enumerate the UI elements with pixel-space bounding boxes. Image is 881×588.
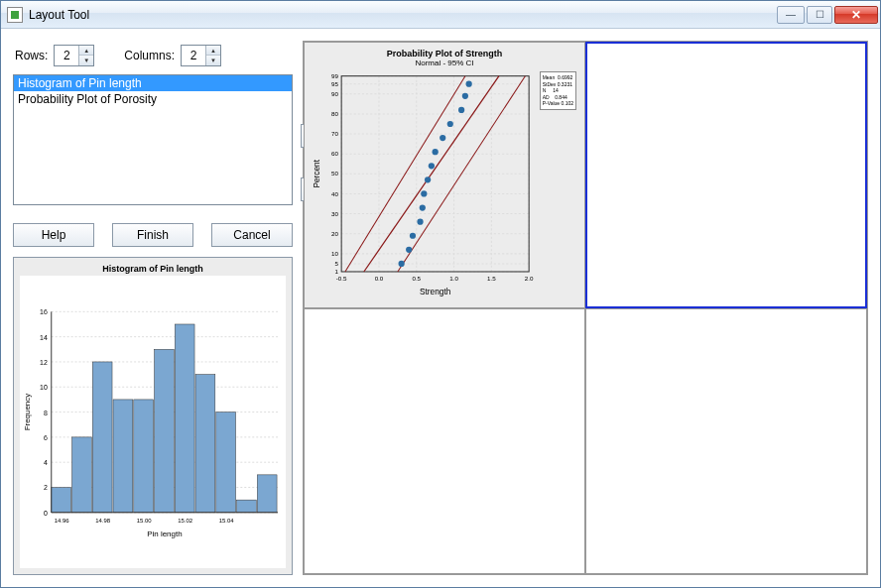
columns-stepper[interactable]: ▲ ▼ <box>181 45 221 66</box>
svg-point-90 <box>462 93 468 99</box>
help-button[interactable]: Help <box>13 223 94 247</box>
probplot-stats-box: Mean 0.6992 StDev 0.3231 N 14 AD 0.844 P… <box>540 71 576 110</box>
svg-rect-18 <box>52 488 71 513</box>
columns-label: Columns: <box>124 49 175 62</box>
svg-point-87 <box>440 135 445 141</box>
svg-text:Percent: Percent <box>312 159 321 187</box>
window-title: Layout Tool <box>29 8 771 22</box>
grid-size-controls: Rows: ▲ ▼ Columns: ▲ ▼ <box>13 41 293 74</box>
svg-text:70: 70 <box>331 130 338 137</box>
svg-text:14: 14 <box>40 334 48 341</box>
rows-input[interactable] <box>55 49 78 62</box>
preview-title: Histogram of Pin length <box>20 264 286 274</box>
svg-rect-27 <box>237 500 257 513</box>
svg-text:14.96: 14.96 <box>55 518 70 524</box>
svg-text:5: 5 <box>335 260 339 267</box>
svg-text:95: 95 <box>331 80 338 87</box>
probplot-title: Probability Plot of Strength <box>311 49 578 59</box>
probability-plot-chart: 151020304050607080909599-0.50.00.51.01.5… <box>311 69 578 301</box>
svg-text:15.04: 15.04 <box>219 518 235 524</box>
svg-rect-74 <box>341 76 529 272</box>
svg-point-91 <box>466 81 472 87</box>
svg-rect-26 <box>216 412 236 513</box>
histogram-chart: 024681012141614.9614.9815.0015.0215.04Pi… <box>20 276 286 568</box>
finish-button[interactable]: Finish <box>112 223 193 247</box>
probplot-subtitle: Normal - 95% CI <box>311 59 578 67</box>
maximize-button[interactable]: ☐ <box>807 6 832 24</box>
svg-text:4: 4 <box>44 459 48 466</box>
svg-rect-22 <box>134 400 154 513</box>
svg-text:2.0: 2.0 <box>525 275 534 282</box>
layout-tool-window: Layout Tool — ☐ ✕ Rows: ▲ ▼ Columns: <box>0 0 881 588</box>
svg-rect-23 <box>155 349 175 513</box>
list-item[interactable]: Histogram of Pin length <box>14 75 292 91</box>
svg-text:14.98: 14.98 <box>95 518 111 524</box>
svg-text:2: 2 <box>44 484 48 491</box>
svg-text:15.00: 15.00 <box>137 518 153 524</box>
svg-text:6: 6 <box>44 434 48 441</box>
svg-point-89 <box>458 107 464 113</box>
grid-cell-2-2[interactable] <box>585 308 867 575</box>
svg-point-81 <box>417 219 423 225</box>
rows-stepper[interactable]: ▲ ▼ <box>54 45 94 66</box>
preview-panel: Histogram of Pin length 024681012141614.… <box>13 257 293 575</box>
rows-down-icon[interactable]: ▼ <box>79 56 93 65</box>
svg-text:0: 0 <box>44 510 48 517</box>
svg-text:99: 99 <box>331 72 338 79</box>
cols-down-icon[interactable]: ▼ <box>206 56 220 65</box>
svg-text:Strength: Strength <box>420 287 451 296</box>
svg-text:90: 90 <box>331 90 338 97</box>
svg-text:0.5: 0.5 <box>412 275 421 282</box>
svg-text:50: 50 <box>331 170 338 176</box>
svg-point-84 <box>425 176 431 182</box>
svg-text:16: 16 <box>40 308 48 315</box>
app-icon <box>7 7 23 23</box>
titlebar: Layout Tool — ☐ ✕ <box>1 1 880 29</box>
rows-label: Rows: <box>15 49 48 62</box>
svg-point-78 <box>399 261 405 267</box>
cancel-button[interactable]: Cancel <box>211 223 293 247</box>
svg-point-82 <box>420 204 426 210</box>
cols-up-icon[interactable]: ▲ <box>206 46 220 56</box>
svg-text:60: 60 <box>331 150 338 157</box>
columns-input[interactable] <box>182 49 205 62</box>
svg-rect-19 <box>72 437 92 513</box>
svg-rect-28 <box>257 475 277 513</box>
svg-text:Pin length: Pin length <box>147 529 182 538</box>
svg-text:12: 12 <box>40 359 48 366</box>
svg-text:30: 30 <box>331 210 338 217</box>
grid-cell-1-2[interactable] <box>585 42 867 308</box>
grid-cell-1-1[interactable]: Probability Plot of Strength Normal - 95… <box>304 42 585 308</box>
svg-text:0.0: 0.0 <box>375 275 384 282</box>
svg-text:80: 80 <box>331 110 338 117</box>
available-graphs-listbox[interactable]: Histogram of Pin lengthProbability Plot … <box>13 74 293 205</box>
svg-text:10: 10 <box>40 384 48 391</box>
svg-text:15.02: 15.02 <box>178 518 192 524</box>
svg-text:1: 1 <box>335 268 339 275</box>
svg-text:-0.5: -0.5 <box>336 275 347 282</box>
svg-rect-20 <box>92 362 112 513</box>
svg-text:8: 8 <box>44 410 48 416</box>
svg-point-85 <box>429 163 435 169</box>
svg-point-88 <box>447 121 453 127</box>
svg-text:Frequency: Frequency <box>23 394 32 431</box>
minimize-button[interactable]: — <box>777 6 805 24</box>
svg-rect-21 <box>113 400 133 513</box>
svg-text:10: 10 <box>331 250 338 257</box>
svg-point-79 <box>406 247 412 253</box>
rows-up-icon[interactable]: ▲ <box>79 46 93 56</box>
svg-text:1.5: 1.5 <box>487 275 496 282</box>
layout-grid: Probability Plot of Strength Normal - 95… <box>303 41 868 575</box>
list-item[interactable]: Probability Plot of Porosity <box>14 91 292 107</box>
svg-text:1.0: 1.0 <box>449 275 458 282</box>
svg-rect-24 <box>175 324 194 513</box>
svg-rect-25 <box>195 375 215 513</box>
svg-point-80 <box>410 233 416 239</box>
svg-text:40: 40 <box>331 190 338 197</box>
grid-cell-2-1[interactable] <box>304 308 585 575</box>
svg-point-86 <box>433 149 439 155</box>
svg-point-83 <box>421 190 427 196</box>
svg-text:20: 20 <box>331 230 338 237</box>
close-button[interactable]: ✕ <box>834 6 878 24</box>
